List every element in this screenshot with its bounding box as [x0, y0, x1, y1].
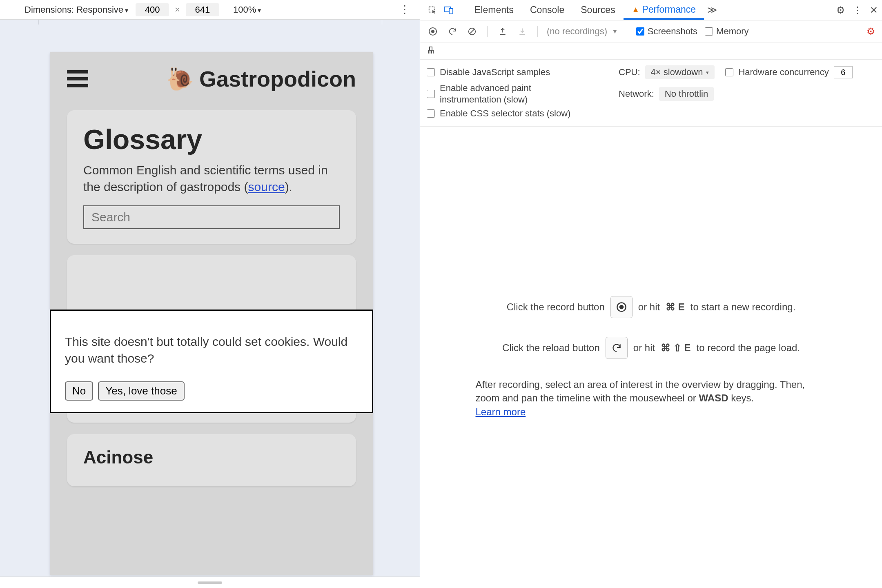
viewport-width-input[interactable]	[136, 3, 169, 16]
reload-text-b: or hit	[633, 342, 655, 354]
record-button-illustration[interactable]	[610, 296, 633, 318]
performance-empty-state: Click the record button or hit ⌘ E to st…	[420, 127, 882, 588]
learn-more-link[interactable]: Learn more	[476, 406, 526, 417]
reload-text-c: to record the page load.	[697, 342, 800, 354]
capture-settings-icon[interactable]: ⚙	[866, 26, 875, 37]
dimensions-separator: ×	[175, 4, 180, 15]
help-para-a: After recording, select an area of inter…	[476, 379, 805, 404]
record-text-c: to start a new recording.	[690, 301, 795, 313]
cookie-dialog: This site doesn't but totally could set …	[50, 310, 373, 413]
svg-point-4	[431, 30, 434, 33]
hw-conc-input[interactable]	[834, 66, 853, 78]
record-shortcut: ⌘ E	[666, 301, 685, 313]
viewport-height-input[interactable]	[186, 3, 219, 16]
reload-shortcut: ⌘ ⇧ E	[661, 342, 690, 354]
ruler-strip	[0, 20, 420, 36]
advanced-paint-checkbox[interactable]	[427, 90, 435, 98]
hw-conc-label: Hardware concurrency	[738, 67, 829, 78]
reload-text-a: Click the reload button	[502, 342, 600, 354]
css-stats-checkbox[interactable]	[427, 109, 435, 118]
network-throttle-row: Network: No throttlin	[619, 82, 875, 105]
performance-help-paragraph: After recording, select an area of inter…	[476, 378, 827, 419]
glossary-heading: Glossary	[83, 123, 340, 155]
network-throttle-value: No throttlin	[665, 89, 708, 99]
advanced-paint-label: Enable advanced paint instrumentation (s…	[440, 82, 575, 105]
hamburger-menu-icon[interactable]	[67, 70, 88, 87]
reload-record-icon[interactable]	[446, 25, 459, 38]
help-para-b: keys.	[728, 392, 754, 403]
record-icon[interactable]	[427, 25, 439, 38]
collect-garbage-icon[interactable]	[427, 45, 435, 57]
tab-performance[interactable]: ▲ Performance	[624, 0, 704, 20]
hw-conc-checkbox[interactable]	[725, 68, 733, 76]
advanced-paint-row[interactable]: Enable advanced paint instrumentation (s…	[427, 82, 602, 105]
cpu-throttle-row: CPU: 4× slowdown ▾ Hardware concurrency	[619, 65, 875, 79]
performance-toolbar: (no recordings) ▼ Screenshots Memory ⚙	[420, 20, 882, 42]
record-instruction: Click the record button or hit ⌘ E to st…	[507, 296, 796, 318]
devtools-tabstrip: Elements Console Sources ▲ Performance ≫…	[420, 0, 882, 20]
screenshots-checkbox[interactable]: Screenshots	[636, 26, 697, 37]
network-throttle-select[interactable]: No throttlin	[659, 87, 714, 101]
bottom-drawer-handle[interactable]	[0, 577, 420, 588]
zoom-dropdown[interactable]: 100%	[233, 4, 261, 15]
term-card-acinose: Acinose	[67, 434, 356, 486]
devtools-close-icon[interactable]: ✕	[870, 4, 878, 16]
css-stats-label: Enable CSS selector stats (slow)	[440, 108, 570, 119]
cpu-throttle-value: 4× slowdown	[651, 67, 703, 78]
tab-console[interactable]: Console	[522, 0, 572, 20]
recordings-dropdown-icon[interactable]: ▼	[612, 28, 618, 35]
snail-icon: 🐌	[166, 68, 194, 90]
term-heading: Acinose	[83, 447, 340, 468]
tab-elements[interactable]: Elements	[466, 0, 522, 20]
performance-toolbar-row2	[420, 42, 882, 60]
device-toolbar-menu-icon[interactable]: ⋮	[399, 3, 410, 16]
performance-settings: Disable JavaScript samples CPU: 4× slowd…	[420, 60, 882, 127]
inspect-element-icon[interactable]	[425, 3, 440, 18]
cookie-yes-button[interactable]: Yes, love those	[98, 381, 184, 401]
memory-label: Memory	[716, 26, 748, 37]
glossary-lead: Common English and scientific terms used…	[83, 162, 340, 196]
site-title: Gastropodicon	[199, 66, 356, 91]
chevron-down-icon: ▾	[706, 69, 709, 76]
memory-checkbox[interactable]: Memory	[705, 26, 748, 37]
device-toolbar: Dimensions: Responsive × 100% ⋮	[0, 0, 420, 20]
glossary-card: Glossary Common English and scientific t…	[67, 110, 356, 244]
hardware-concurrency-row[interactable]: Hardware concurrency	[725, 67, 829, 78]
tab-performance-label: Performance	[642, 4, 696, 15]
record-text-b: or hit	[638, 301, 660, 313]
dimensions-dropdown[interactable]: Dimensions: Responsive	[24, 4, 128, 15]
svg-point-8	[619, 305, 624, 309]
download-profile-icon[interactable]	[516, 25, 528, 38]
cpu-throttle-select[interactable]: 4× slowdown ▾	[645, 65, 715, 79]
glossary-lead-post: ).	[285, 180, 292, 194]
clear-icon[interactable]	[466, 25, 478, 38]
devtools-settings-icon[interactable]: ⚙	[836, 4, 845, 16]
reload-button-illustration[interactable]	[606, 337, 628, 359]
devtools-panel: Elements Console Sources ▲ Performance ≫…	[420, 0, 882, 588]
help-para-wasd: WASD	[699, 392, 728, 403]
svg-line-6	[470, 29, 474, 33]
upload-profile-icon[interactable]	[497, 25, 509, 38]
reload-instruction: Click the reload button or hit ⌘ ⇧ E to …	[502, 337, 800, 359]
cookie-dialog-text: This site doesn't but totally could set …	[65, 334, 358, 367]
toggle-device-toolbar-icon[interactable]	[441, 3, 456, 18]
tab-sources[interactable]: Sources	[572, 0, 623, 20]
screenshots-label: Screenshots	[648, 26, 697, 37]
disable-js-label: Disable JavaScript samples	[440, 67, 550, 78]
record-text-a: Click the record button	[507, 301, 605, 313]
css-stats-row[interactable]: Enable CSS selector stats (slow)	[427, 108, 602, 119]
glossary-source-link[interactable]: source	[248, 180, 285, 194]
cookie-no-button[interactable]: No	[65, 381, 93, 401]
network-label: Network:	[619, 89, 654, 99]
cpu-label: CPU:	[619, 67, 640, 78]
disable-js-samples-row[interactable]: Disable JavaScript samples	[427, 65, 602, 79]
warning-icon: ▲	[632, 5, 640, 14]
svg-rect-2	[449, 9, 453, 14]
search-input[interactable]	[83, 205, 340, 229]
recordings-label: (no recordings)	[547, 26, 607, 37]
drawer-grip-icon	[198, 581, 222, 584]
site-header: 🐌 Gastropodicon	[50, 52, 373, 99]
devtools-menu-icon[interactable]: ⋮	[853, 4, 862, 16]
tabs-overflow-icon[interactable]: ≫	[704, 4, 720, 16]
disable-js-checkbox[interactable]	[427, 68, 435, 76]
